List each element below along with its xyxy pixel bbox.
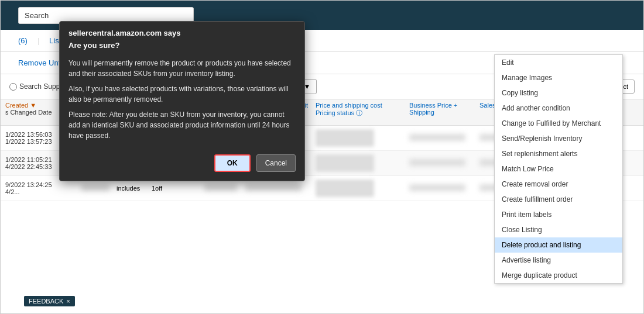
menu-item-fulfillment[interactable]: Create fulfillment order	[495, 192, 622, 207]
menu-item-condition[interactable]: Add another condition	[495, 101, 622, 116]
modal-cancel-button[interactable]: Cancel	[256, 154, 296, 172]
cell-unfulfillable: 1off	[152, 185, 204, 192]
context-dropdown-menu: Edit Manage Images Copy listing Add anot…	[494, 54, 623, 284]
cell-price	[316, 154, 409, 172]
browser-window: Search (6) | Listing Quality Dashboard (…	[0, 0, 644, 314]
search-suppressed-radio[interactable]	[9, 83, 17, 91]
menu-item-delete[interactable]: Delete product and listing	[495, 237, 622, 253]
tab-count[interactable]: (6)	[9, 32, 36, 50]
menu-item-replenish-alerts[interactable]: Set replenishment alerts	[495, 146, 622, 161]
modal-origin: sellercentral.amazon.com says	[60, 22, 304, 41]
menu-item-print[interactable]: Print item labels	[495, 207, 622, 222]
modal-buttons: OK Cancel	[60, 150, 304, 181]
menu-item-close-listing[interactable]: Close Listing	[495, 222, 622, 237]
cell-business	[409, 159, 479, 167]
cell-business	[409, 134, 479, 142]
cell-reserved	[204, 184, 245, 192]
cell-price	[316, 180, 409, 197]
cell-price	[316, 129, 409, 147]
col-header-business[interactable]: Business Price + Shipping	[409, 102, 479, 123]
cell-created: 9/2022 13:24:25 4/2...	[5, 181, 81, 195]
modal-ok-button[interactable]: OK	[214, 154, 251, 172]
menu-item-copy[interactable]: Copy listing	[495, 85, 622, 101]
cell-available	[81, 184, 117, 192]
modal-body: You will permanently remove the product …	[60, 53, 304, 150]
modal-title: Are you sure?	[60, 41, 304, 53]
menu-item-advertise[interactable]: Advertise listing	[495, 253, 622, 268]
cell-inbound: includes	[117, 185, 152, 192]
cell-business	[409, 184, 479, 192]
menu-item-match-price[interactable]: Match Low Price	[495, 161, 622, 177]
feedback-badge: FEEDBACK ×	[24, 296, 75, 306]
menu-item-merge[interactable]: Merge duplicate product	[495, 268, 622, 283]
menu-item-replenish[interactable]: Send/Replenish Inventory	[495, 131, 622, 146]
feedback-close-icon[interactable]: ×	[66, 298, 70, 305]
menu-item-images[interactable]: Manage Images	[495, 70, 622, 85]
menu-item-edit[interactable]: Edit	[495, 55, 622, 70]
menu-item-removal[interactable]: Create removal order	[495, 177, 622, 192]
col-header-price[interactable]: Price and shipping cost Pricing status ⓘ	[316, 102, 409, 123]
modal-dialog: sellercentral.amazon.com says Are you su…	[59, 21, 305, 181]
menu-item-change-fulfilled[interactable]: Change to Fulfilled by Merchant	[495, 116, 622, 131]
cell-fee	[245, 184, 316, 192]
